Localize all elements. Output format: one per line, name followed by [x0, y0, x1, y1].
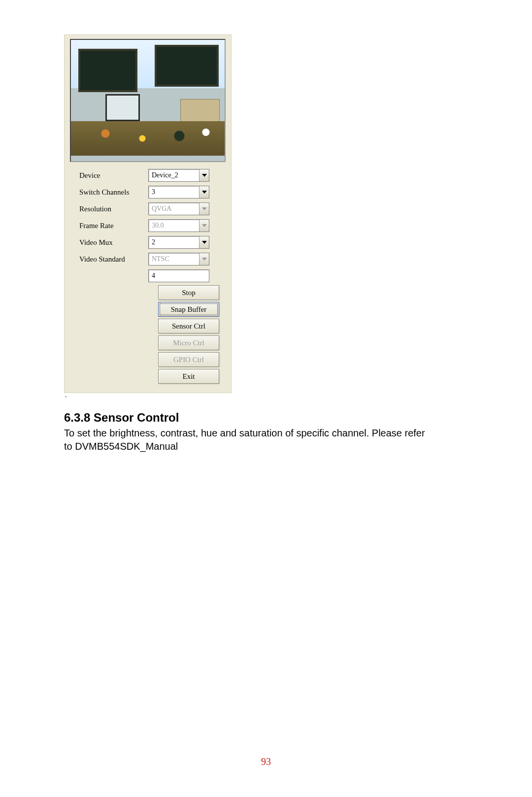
button-column: Stop Snap Buffer Sensor Ctrl Micro Ctrl … — [158, 285, 219, 384]
chevron-down-icon — [199, 169, 209, 181]
page-number: 93 — [0, 756, 532, 767]
frame-rate-select: 30.0 — [148, 219, 209, 232]
video-preview — [70, 39, 226, 162]
video-mux-select[interactable]: 2 — [148, 236, 209, 249]
caption-dot: . — [65, 391, 468, 399]
video-standard-select: NTSC — [148, 253, 209, 266]
resolution-select: QVGA — [148, 202, 209, 215]
switch-channels-label: Switch Channels — [69, 188, 148, 197]
numeric-input[interactable]: 4 — [148, 269, 209, 282]
chevron-down-icon — [199, 236, 209, 248]
device-select[interactable]: Device_2 — [148, 169, 209, 182]
page: Device Device_2 Switch Channels 3 — [0, 0, 532, 453]
chevron-down-icon — [199, 186, 209, 198]
chevron-down-icon — [199, 220, 209, 232]
micro-ctrl-button: Micro Ctrl — [158, 335, 219, 350]
chevron-down-icon — [199, 203, 209, 215]
switch-channels-select[interactable]: 3 — [148, 186, 209, 199]
video-mux-label: Video Mux — [69, 238, 148, 247]
settings-form: Device Device_2 Switch Channels 3 — [69, 168, 226, 384]
section-body: To set the brightness, contrast, hue and… — [64, 427, 429, 453]
control-panel: Device Device_2 Switch Channels 3 — [64, 34, 232, 393]
resolution-label: Resolution — [69, 205, 148, 213]
stop-button[interactable]: Stop — [158, 285, 219, 300]
snap-buffer-button[interactable]: Snap Buffer — [158, 302, 219, 317]
frame-rate-label: Frame Rate — [69, 222, 148, 230]
device-label: Device — [69, 171, 148, 180]
chevron-down-icon — [199, 253, 209, 265]
exit-button[interactable]: Exit — [158, 369, 219, 384]
video-standard-label: Video Standard — [69, 255, 148, 264]
gpio-ctrl-button: GPIO Ctrl — [158, 352, 219, 367]
sensor-ctrl-button[interactable]: Sensor Ctrl — [158, 319, 219, 333]
section-heading: 6.3.8 Sensor Control — [64, 411, 468, 425]
